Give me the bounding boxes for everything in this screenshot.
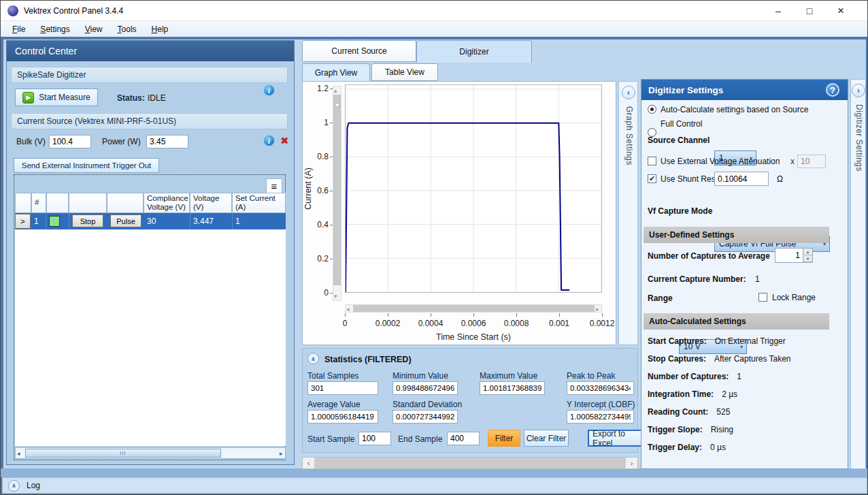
digitizer-settings-tab[interactable]: Digitizer Settings — [854, 104, 864, 172]
stat-total-samples[interactable] — [307, 381, 378, 395]
control-center-header: Control Center — [7, 41, 294, 61]
filter-button[interactable]: Filter — [488, 430, 520, 447]
bulk-input[interactable] — [49, 135, 91, 148]
graph-settings-tab[interactable]: Graph Settings — [624, 106, 634, 165]
control-center-panel: Control Center SpikeSafe Digitizer ▶ Sta… — [6, 40, 295, 465]
start-sample-input[interactable] — [358, 432, 391, 445]
stop-button[interactable]: Stop — [72, 214, 103, 227]
current-source-section-header: Current Source (Vektrex MINI-PRF-5-01US) — [11, 113, 288, 129]
row-expander-button[interactable]: > — [15, 214, 31, 229]
info-icon-source[interactable]: i — [263, 135, 275, 146]
maximize-button[interactable]: □ — [794, 1, 825, 21]
statistics-hscrollbar[interactable]: ‹ › — [302, 457, 638, 469]
table-row[interactable]: > 1 Stop Pulse 30 3.447 1 — [15, 213, 286, 229]
table-hscrollbar[interactable]: ◂ ▸ — [15, 447, 286, 459]
table-menu-button[interactable]: ≡ — [266, 178, 282, 193]
power-input[interactable] — [146, 135, 188, 148]
scroll-left-icon[interactable]: ◂ — [346, 306, 350, 313]
clear-filter-button[interactable]: Clear Filter — [524, 430, 569, 447]
spin-up-icon[interactable]: ▴ — [803, 249, 812, 255]
info-icon[interactable]: i — [263, 84, 275, 96]
tab-current-source[interactable]: Current Source — [302, 40, 416, 62]
close-button[interactable]: × — [825, 1, 856, 21]
stat-average[interactable] — [307, 410, 378, 424]
auto-field: Integration Time:2 µs — [648, 389, 737, 399]
full-control-radio-label[interactable]: Full Control — [661, 119, 702, 129]
scroll-right-icon[interactable]: › — [626, 458, 637, 468]
pulse-button[interactable]: Pulse — [110, 214, 141, 227]
shunt-checkbox[interactable]: ✔ — [648, 174, 656, 183]
expand-log-icon[interactable]: ∧ — [8, 480, 20, 492]
stat-y-intercept[interactable] — [567, 410, 634, 424]
captures-avg-label: Number of Captures to Average — [648, 251, 770, 261]
menu-tools[interactable]: Tools — [112, 22, 143, 36]
chart-hscrollbar[interactable]: ◂ ▸ — [345, 304, 602, 313]
menu-settings[interactable]: Settings — [34, 22, 76, 36]
shunt-unit: Ω — [777, 174, 783, 184]
col-stop — [69, 193, 107, 213]
menu-view[interactable]: View — [79, 22, 109, 36]
chart-vscroll-thumb[interactable] — [333, 95, 341, 285]
row-voltage: 3.447 — [190, 213, 233, 229]
play-icon: ▶ — [22, 92, 34, 103]
table-hscroll-thumb[interactable] — [25, 449, 221, 458]
digitizer-settings-strip: › Digitizer Settings — [850, 79, 866, 469]
send-trigger-button[interactable]: Send External Instrument Trigger Out — [14, 158, 159, 173]
scroll-down-icon[interactable]: ▾ — [334, 293, 337, 300]
auto-calc-radio[interactable] — [648, 105, 656, 114]
start-measure-label: Start Measure — [39, 93, 90, 102]
stat-label: Peak to Peak — [567, 371, 615, 381]
range-label: Range — [648, 293, 673, 303]
ext-attenuation-checkbox[interactable] — [648, 157, 656, 165]
stat-peak-to-peak[interactable] — [567, 381, 634, 395]
channel-status-indicator — [49, 216, 60, 227]
export-excel-button[interactable]: Export to Excel — [588, 430, 646, 447]
lock-range-label[interactable]: Lock Range — [772, 293, 816, 302]
captures-avg-input[interactable] — [775, 248, 803, 263]
scroll-up-icon[interactable]: ▴ — [334, 87, 337, 94]
table-empty-area — [15, 229, 286, 446]
start-measure-button[interactable]: ▶ Start Measure — [15, 89, 98, 106]
ext-attenuation-input[interactable] — [797, 155, 826, 168]
chart-vscrollbar[interactable]: ▴ ▾ — [333, 86, 341, 301]
user-defined-header: User-Defined Settings — [644, 227, 829, 243]
graph-settings-strip: ‹ Graph Settings — [618, 81, 638, 345]
collapse-statistics-icon[interactable]: ∧ — [307, 353, 319, 364]
y-tick: 1 — [307, 118, 329, 127]
scroll-right-icon[interactable]: ▸ — [596, 306, 599, 313]
help-icon[interactable]: ? — [826, 83, 839, 97]
auto-calculated-header: Auto-Calculated Settings — [644, 313, 829, 330]
scroll-left-icon[interactable]: ‹ — [303, 458, 314, 468]
stat-maximum[interactable] — [480, 381, 545, 395]
stat-label: Maximum Value — [480, 371, 537, 381]
shunt-input[interactable] — [714, 172, 769, 186]
plot-area[interactable] — [345, 84, 602, 293]
chart-hscroll-thumb[interactable] — [353, 305, 595, 312]
app-window: Vektrex Control Panel 3.4.4 – □ × File S… — [0, 0, 868, 495]
tab-digitizer[interactable]: Digitizer — [416, 40, 532, 63]
scroll-right-icon[interactable]: ▸ — [280, 450, 283, 457]
log-bar[interactable]: ∧ Log — [2, 477, 867, 494]
minimize-button[interactable]: – — [763, 1, 794, 21]
title-bar: Vektrex Control Panel 3.4.4 – □ × — [1, 1, 867, 21]
tab-table-view[interactable]: Table View — [371, 63, 438, 81]
captures-avg-stepper[interactable]: ▴ ▾ — [775, 248, 813, 263]
scroll-left-icon[interactable]: ◂ — [17, 450, 20, 457]
lock-range-checkbox[interactable] — [758, 293, 767, 302]
stat-minimum[interactable] — [393, 381, 458, 395]
menu-help[interactable]: Help — [146, 22, 175, 36]
ext-attenuation-label[interactable]: Use External Voltage Attenuation — [661, 157, 780, 166]
tab-graph-view[interactable]: Graph View — [302, 63, 370, 82]
app-icon — [7, 5, 18, 16]
current-capture-value: 1 — [755, 274, 760, 284]
remove-source-icon[interactable]: ✖ — [280, 135, 289, 147]
expand-digitizer-settings-button[interactable]: › — [852, 84, 865, 97]
frame-edge-left — [1, 37, 3, 495]
end-sample-input[interactable] — [447, 432, 480, 445]
stat-std-dev[interactable] — [393, 410, 458, 424]
collapse-graph-settings-button[interactable]: ‹ — [622, 86, 635, 99]
spin-down-icon[interactable]: ▾ — [803, 255, 812, 262]
auto-calc-radio-label[interactable]: Auto-Calculate settings based on Source — [661, 105, 808, 114]
row-num: 1 — [31, 213, 46, 229]
menu-file[interactable]: File — [6, 22, 31, 36]
